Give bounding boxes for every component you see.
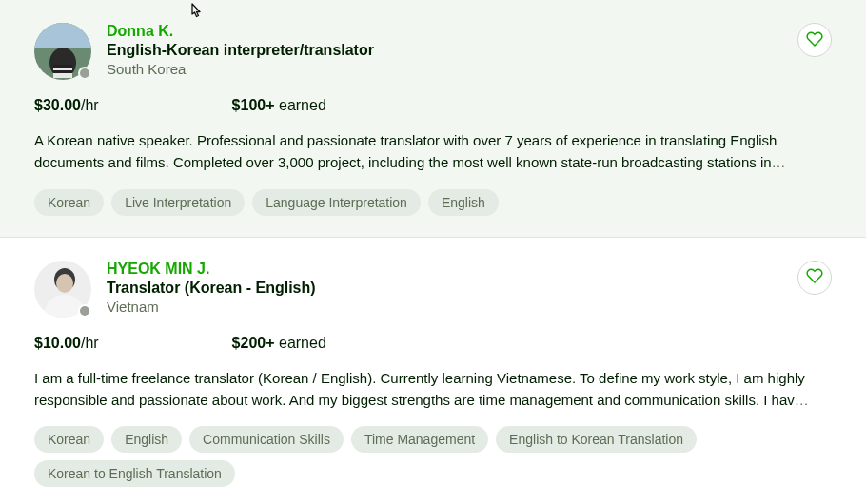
- freelancer-name[interactable]: Donna K.: [107, 23, 374, 40]
- total-earned: $100+ earned: [232, 97, 326, 114]
- skill-tag[interactable]: Live Interpretation: [111, 189, 245, 216]
- freelancer-name[interactable]: HYEOK MIN J.: [107, 261, 316, 278]
- freelancer-description: A Korean native speaker. Professional an…: [34, 129, 832, 174]
- skill-tag[interactable]: Korean: [34, 189, 104, 216]
- favorite-button[interactable]: [797, 23, 832, 57]
- freelancer-card[interactable]: HYEOK MIN J. Translator (Korean - Englis…: [0, 238, 866, 505]
- status-indicator: [78, 67, 91, 80]
- freelancer-location: Vietnam: [107, 299, 316, 315]
- hourly-rate: $10.00/hr: [34, 335, 99, 352]
- avatar[interactable]: [34, 23, 91, 80]
- heart-icon: [806, 267, 823, 287]
- skill-tag[interactable]: Korean: [34, 426, 104, 453]
- freelancer-card[interactable]: Donna K. English-Korean interpreter/tran…: [0, 0, 866, 238]
- freelancer-description: I am a full-time freelance translator (K…: [34, 367, 832, 412]
- svg-rect-1: [34, 23, 91, 48]
- freelancer-title: Translator (Korean - English): [107, 280, 316, 297]
- heart-icon: [806, 30, 823, 50]
- skill-tag[interactable]: Communication Skills: [189, 426, 344, 453]
- svg-rect-4: [53, 65, 72, 68]
- total-earned: $200+ earned: [232, 335, 326, 352]
- favorite-button[interactable]: [797, 261, 832, 295]
- freelancer-title: English-Korean interpreter/translator: [107, 42, 374, 59]
- skill-tag[interactable]: English to Korean Translation: [496, 426, 697, 453]
- avatar[interactable]: [34, 261, 91, 318]
- skill-tag[interactable]: Language Interpretation: [252, 189, 421, 216]
- skill-tag[interactable]: Time Management: [351, 426, 488, 453]
- skill-tag[interactable]: Korean to English Translation: [34, 460, 235, 487]
- svg-point-8: [56, 274, 73, 293]
- skill-tag[interactable]: English: [428, 189, 499, 216]
- skill-tag[interactable]: English: [111, 426, 182, 453]
- status-indicator: [78, 304, 91, 318]
- hourly-rate: $30.00/hr: [34, 97, 99, 114]
- skill-tags: Korean Live Interpretation Language Inte…: [34, 189, 832, 216]
- freelancer-location: South Korea: [107, 61, 374, 77]
- skill-tags: Korean English Communication Skills Time…: [34, 426, 832, 487]
- svg-rect-5: [53, 70, 72, 73]
